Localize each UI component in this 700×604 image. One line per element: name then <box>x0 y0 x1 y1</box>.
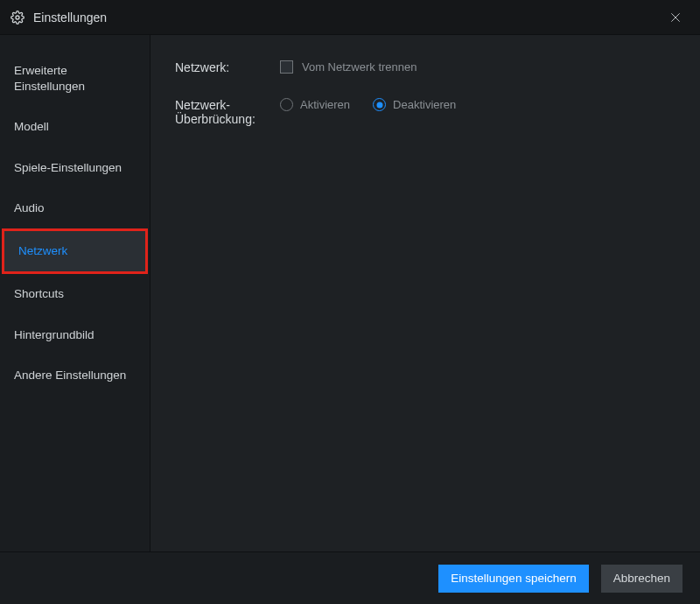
window-title: Einstellungen <box>33 11 107 25</box>
radio-activate[interactable]: Aktivieren <box>280 98 350 111</box>
sidebar-item-model[interactable]: Modell <box>0 107 150 147</box>
sidebar-item-label: Andere Einstellungen <box>14 369 126 382</box>
close-icon <box>669 11 682 24</box>
sidebar-item-audio[interactable]: Audio <box>0 188 150 228</box>
highlight-frame: Netzwerk <box>2 228 148 274</box>
sidebar-item-label: Shortcuts <box>14 287 64 300</box>
sidebar-item-other[interactable]: Andere Einstellungen <box>0 355 150 396</box>
settings-window: Einstellungen Erweiterte Einstellungen M… <box>0 0 700 604</box>
disconnect-checkbox[interactable]: Vom Netzwerk trennen <box>280 60 417 74</box>
bridging-row: Netzwerk-Überbrückung: Aktivieren Deakti… <box>175 97 676 126</box>
sidebar-item-label: Spiele-Einstellungen <box>14 161 122 174</box>
checkbox-label: Vom Netzwerk trennen <box>302 60 417 74</box>
radio-label: Deaktivieren <box>393 98 456 111</box>
sidebar: Erweiterte Einstellungen Modell Spiele-E… <box>0 35 150 551</box>
footer: Einstellungen speichern Abbrechen <box>0 551 700 604</box>
radio-label: Aktivieren <box>300 98 350 111</box>
window-body: Erweiterte Einstellungen Modell Spiele-E… <box>0 35 700 551</box>
sidebar-item-advanced[interactable]: Erweiterte Einstellungen <box>0 51 150 107</box>
cancel-button[interactable]: Abbrechen <box>601 565 682 593</box>
sidebar-item-network[interactable]: Netzwerk <box>4 231 145 271</box>
titlebar: Einstellungen <box>0 0 700 35</box>
radio-circle-icon <box>280 98 293 111</box>
sidebar-item-label: Erweiterte Einstellungen <box>14 64 85 93</box>
sidebar-item-label: Netzwerk <box>18 244 67 257</box>
sidebar-item-label: Audio <box>14 201 45 214</box>
main-pane: Netzwerk: Vom Netzwerk trennen Netzwerk-… <box>150 35 700 551</box>
sidebar-item-label: Modell <box>14 120 49 133</box>
network-label: Netzwerk: <box>175 60 280 74</box>
gear-icon <box>10 11 24 25</box>
radio-circle-icon <box>373 98 386 111</box>
bridging-label: Netzwerk-Überbrückung: <box>175 97 280 126</box>
sidebar-item-shortcuts[interactable]: Shortcuts <box>0 274 150 314</box>
network-row: Netzwerk: Vom Netzwerk trennen <box>175 60 676 74</box>
sidebar-item-games[interactable]: Spiele-Einstellungen <box>0 148 150 188</box>
save-button[interactable]: Einstellungen speichern <box>438 565 588 593</box>
svg-point-0 <box>16 16 19 19</box>
close-button[interactable] <box>662 4 690 32</box>
sidebar-item-wallpaper[interactable]: Hintergrundbild <box>0 315 150 355</box>
sidebar-item-label: Hintergrundbild <box>14 328 94 341</box>
checkbox-box-icon <box>280 60 293 74</box>
radio-deactivate[interactable]: Deaktivieren <box>373 98 456 111</box>
